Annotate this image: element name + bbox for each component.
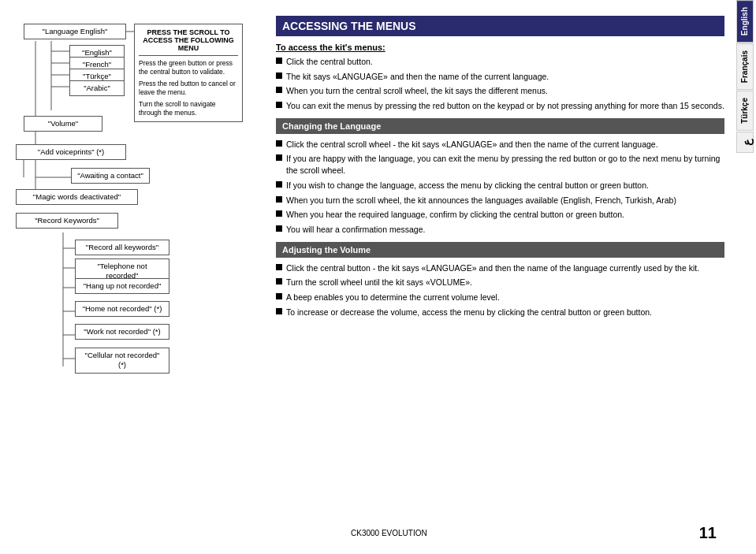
bullet-text: If you are happy with the language, you …	[286, 153, 724, 176]
main-content: "Language English" "English" "French" "T…	[0, 0, 756, 554]
list-item: If you are happy with the language, you …	[276, 153, 724, 176]
side-tab-arabic[interactable]: ﻉ	[736, 132, 754, 153]
volume-box: "Volume"	[24, 116, 102, 132]
list-item: When you turn the central scroll wheel, …	[276, 85, 724, 97]
bullet-icon	[276, 140, 282, 147]
bullet-icon	[276, 308, 282, 314]
bullet-icon	[276, 102, 282, 108]
list-item: The kit says «LANGUAGE» and then the nam…	[276, 71, 724, 83]
list-item: Click the central button.	[276, 56, 724, 68]
bullet-text: A beep enables you to determine the curr…	[286, 292, 724, 303]
bullet-text: When you turn the scroll wheel, the kit …	[286, 195, 724, 206]
bullet-text: Click the central button.	[286, 56, 724, 68]
list-item: If you wish to change the language, acce…	[276, 180, 724, 191]
footer-model: CK3000 EVOLUTION	[79, 529, 699, 537]
list-item: Click the central scroll wheel - the kit…	[276, 139, 724, 151]
bullet-text: Turn the scroll wheel until the kit says…	[286, 277, 724, 288]
bullet-text: When you hear the required language, con…	[286, 209, 724, 221]
scroll-turn-text: Turn the scroll to navigate through the …	[139, 100, 238, 117]
changing-lang-header: Changing the Language	[276, 118, 724, 134]
list-item: Click the central button - the kit says …	[276, 262, 724, 274]
bullet-text: Click the central button - the kit says …	[286, 262, 724, 274]
bullet-icon	[276, 293, 282, 299]
bullet-icon	[276, 87, 282, 93]
footer-page-number: 11	[699, 524, 717, 542]
kit-menus-title: To access the kit's menus:	[276, 43, 724, 52]
list-item: You will hear a confirmation message.	[276, 224, 724, 236]
bullet-icon	[276, 264, 282, 270]
list-item: Turn the scroll wheel until the kit says…	[276, 277, 724, 288]
bullet-icon	[276, 196, 282, 203]
bullet-icon	[276, 58, 282, 64]
work-box: "Work not recorded" (*)	[75, 324, 169, 340]
main-title: ACCESSING THE MENUS	[276, 16, 724, 36]
adjusting-volume-header: Adjusting the Volume	[276, 242, 724, 258]
footer: CK3000 EVOLUTION 11	[0, 524, 756, 542]
record-all-box: "Record all keywords"	[75, 240, 169, 255]
bullet-text: You will hear a confirmation message.	[286, 224, 724, 236]
diagram-area: "Language English" "English" "French" "T…	[16, 24, 244, 496]
bullet-icon	[276, 73, 282, 79]
list-item: When you hear the required language, con…	[276, 209, 724, 221]
cellular-box: "Cellular not recorded" (*)	[75, 348, 169, 374]
scroll-menu-box: PRESS THE SCROLL TO ACCESS THE FOLLOWING…	[134, 24, 243, 122]
bullet-text: When you turn the central scroll wheel, …	[286, 85, 724, 97]
bullet-text: The kit says «LANGUAGE» and then the nam…	[286, 71, 724, 83]
bullet-icon	[276, 154, 282, 161]
scroll-menu-title: PRESS THE SCROLL TO ACCESS THE FOLLOWING…	[139, 28, 238, 56]
bullet-icon	[276, 181, 282, 188]
scroll-green-text: Press the green button or press the cent…	[139, 59, 238, 76]
page: "Language English" "English" "French" "T…	[0, 0, 756, 554]
bullet-icon	[276, 225, 282, 232]
record-keywords-box: "Record Keywords"	[16, 213, 118, 229]
list-item: To increase or decrease the volume, acce…	[276, 307, 724, 318]
voiceprints-box: "Add voiceprints" (*)	[16, 144, 126, 160]
kit-bullets-list: Click the central button.The kit says «L…	[276, 56, 724, 112]
right-column: ACCESSING THE MENUS To access the kit's …	[260, 16, 724, 538]
side-tab-turkce[interactable]: Türkçe	[736, 91, 754, 131]
volume-bullets-list: Click the central button - the kit says …	[276, 262, 724, 318]
bullet-text: Click the central scroll wheel - the kit…	[286, 139, 724, 151]
bullet-text: If you wish to change the language, acce…	[286, 180, 724, 191]
list-item: A beep enables you to determine the curr…	[276, 292, 724, 303]
hang-up-box: "Hang up not recorded"	[75, 278, 169, 294]
side-tabs: English Français Türkçe ﻉ	[734, 0, 756, 554]
side-tab-english[interactable]: English	[736, 0, 754, 43]
bullet-text: You can exit the menus by pressing the r…	[286, 100, 724, 112]
bullet-icon	[276, 278, 282, 284]
left-column: "Language English" "English" "French" "T…	[16, 16, 260, 538]
side-tab-francais[interactable]: Français	[736, 43, 754, 90]
list-item: You can exit the menus by pressing the r…	[276, 100, 724, 112]
awaiting-box: "Awaiting a contact"	[71, 168, 150, 184]
lang-english-box: "Language English"	[24, 24, 126, 39]
scroll-red-text: Press the red button to cancel or leave …	[139, 80, 238, 97]
changing-bullets-list: Click the central scroll wheel - the kit…	[276, 139, 724, 236]
bullet-text: To increase or decrease the volume, acce…	[286, 307, 724, 318]
list-item: When you turn the scroll wheel, the kit …	[276, 195, 724, 206]
lang-arabic-sub: "Arabic"	[69, 80, 125, 96]
bullet-icon	[276, 210, 282, 217]
home-box: "Home not recorded" (*)	[75, 301, 169, 317]
magic-box: "Magic words deactivated"	[16, 189, 138, 205]
